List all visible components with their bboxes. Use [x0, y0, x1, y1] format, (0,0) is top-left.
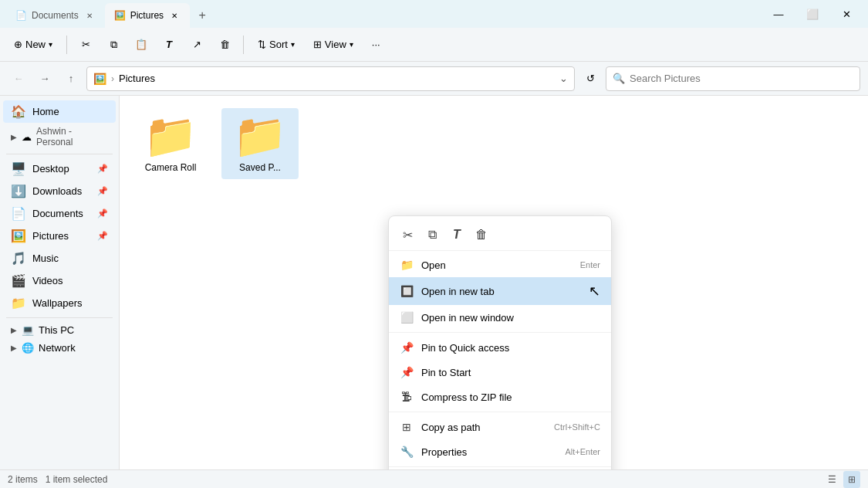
- documents-tab-close[interactable]: ✕: [83, 9, 96, 22]
- ctx-copy-path[interactable]: ⊞ Copy as path Ctrl+Shift+C: [389, 415, 611, 439]
- ctx-open-icon: 📁: [400, 258, 414, 272]
- paste-button[interactable]: 📋: [129, 32, 154, 57]
- sidebar-group-ashwin[interactable]: ▶ ☁ Ashwin - Personal: [3, 123, 116, 151]
- folder-saved-pictures[interactable]: 📁 Saved P...: [221, 108, 299, 179]
- maximize-button[interactable]: ⬜: [797, 2, 828, 25]
- sidebar-item-pictures[interactable]: 🖼️ Pictures 📌: [3, 225, 116, 247]
- ctx-pin-quick-icon: 📌: [400, 341, 414, 354]
- minimize-button[interactable]: —: [763, 2, 794, 25]
- downloads-icon: ⬇️: [11, 184, 26, 198]
- tab-pictures[interactable]: 🖼️ Pictures ✕: [105, 3, 190, 28]
- close-icon: ✕: [843, 8, 851, 20]
- ctx-pin-start[interactable]: 📌 Pin to Start: [389, 360, 611, 385]
- ctx-separator-3: [389, 466, 611, 467]
- sidebar-item-wallpapers[interactable]: 📁 Wallpapers: [3, 292, 116, 314]
- window-controls: — ⬜ ✕: [763, 2, 862, 25]
- title-bar: 📄 Documents ✕ 🖼️ Pictures ✕ + — ⬜ ✕: [0, 0, 868, 28]
- ctx-cut-button[interactable]: ✂: [397, 224, 418, 246]
- breadcrumb-label: Pictures: [119, 73, 155, 84]
- ctx-pin-quick[interactable]: 📌 Pin to Quick access: [389, 335, 611, 360]
- ashwin-cloud-icon: ☁: [22, 131, 32, 143]
- sidebar-documents-label: Documents: [32, 208, 83, 219]
- sidebar-separator-2: [6, 317, 113, 318]
- breadcrumb-separator: ›: [111, 73, 114, 84]
- sidebar-desktop-label: Desktop: [32, 163, 69, 175]
- sidebar-item-desktop[interactable]: 🖥️ Desktop 📌: [3, 158, 116, 180]
- ctx-open-new-window[interactable]: ⬜ Open in new window: [389, 305, 611, 330]
- list-view-button[interactable]: ☰: [823, 471, 840, 488]
- downloads-pin-icon: 📌: [97, 186, 108, 196]
- ctx-rename-button[interactable]: T: [446, 224, 468, 246]
- ctx-compress-label: Compress to ZIP file: [421, 391, 512, 403]
- sidebar-item-downloads[interactable]: ⬇️ Downloads 📌: [3, 180, 116, 202]
- pictures-tab-close[interactable]: ✕: [168, 9, 181, 22]
- address-box[interactable]: 🖼️ › Pictures ⌄: [86, 66, 575, 91]
- refresh-button[interactable]: ↺: [579, 68, 601, 90]
- grid-view-icon: ⊞: [848, 474, 856, 485]
- new-label: New: [25, 39, 46, 50]
- view-button[interactable]: ⊞ View ▾: [306, 32, 361, 57]
- sort-button[interactable]: ⇅ Sort ▾: [250, 32, 302, 57]
- sidebar-group-thispc[interactable]: ▶ 💻 This PC: [3, 321, 116, 339]
- cut-button[interactable]: ✂: [73, 32, 98, 57]
- pictures-pin-icon: 📌: [97, 231, 108, 241]
- more-button[interactable]: ···: [364, 32, 388, 57]
- sidebar-downloads-label: Downloads: [32, 185, 82, 197]
- search-box[interactable]: 🔍: [606, 66, 860, 91]
- ctx-properties[interactable]: 🔧 Properties Alt+Enter: [389, 439, 611, 464]
- sort-icon: ⇅: [258, 39, 266, 50]
- sidebar-item-videos[interactable]: 🎬 Videos: [3, 269, 116, 292]
- camera-roll-folder-name: Camera Roll: [145, 162, 197, 173]
- home-icon: 🏠: [11, 104, 26, 119]
- share-button[interactable]: ↗: [184, 32, 209, 57]
- network-icon: 🌐: [22, 342, 34, 354]
- address-bar-row: ← → ↑ 🖼️ › Pictures ⌄ ↺ 🔍: [0, 62, 868, 96]
- items-count: 2 items: [8, 474, 38, 485]
- new-button[interactable]: ⊕ New ▾: [6, 32, 60, 57]
- ctx-properties-icon: 🔧: [400, 445, 414, 459]
- ctx-pin-quick-label: Pin to Quick access: [421, 342, 509, 354]
- new-tab-button[interactable]: +: [190, 3, 214, 28]
- documents-icon: 📄: [11, 206, 26, 221]
- toolbar-separator-2: [243, 36, 244, 54]
- forward-icon: →: [40, 73, 50, 84]
- new-icon: ⊕: [14, 39, 22, 50]
- back-button[interactable]: ←: [8, 68, 29, 90]
- pictures-tab-label: Pictures: [130, 10, 164, 21]
- close-button[interactable]: ✕: [831, 2, 862, 25]
- documents-tab-icon: 📄: [15, 10, 27, 21]
- delete-button[interactable]: 🗑: [212, 32, 237, 57]
- ctx-open-tab-icon: 🔲: [400, 284, 414, 298]
- tab-documents[interactable]: 📄 Documents ✕: [6, 3, 105, 28]
- main-area: 🏠 Home ▶ ☁ Ashwin - Personal 🖥️ Desktop …: [0, 96, 868, 469]
- grid-view-button[interactable]: ⊞: [843, 471, 860, 488]
- sidebar-group-network[interactable]: ▶ 🌐 Network: [3, 339, 116, 357]
- sidebar-item-home[interactable]: 🏠 Home: [3, 100, 116, 123]
- up-button[interactable]: ↑: [60, 68, 82, 90]
- copy-button[interactable]: ⧉: [101, 32, 126, 57]
- search-input[interactable]: [630, 73, 853, 84]
- ctx-pin-start-label: Pin to Start: [421, 367, 471, 378]
- sidebar-item-music[interactable]: 🎵 Music: [3, 247, 116, 269]
- status-bar: 2 items 1 item selected ☰ ⊞: [0, 469, 868, 488]
- pictures-tab-icon: 🖼️: [114, 10, 126, 21]
- ctx-separator-2: [389, 412, 611, 412]
- paste-icon: 📋: [135, 39, 147, 50]
- ctx-delete-button[interactable]: 🗑: [471, 224, 492, 246]
- ctx-compress[interactable]: 🗜 Compress to ZIP file: [389, 385, 611, 409]
- thispc-icon: 💻: [22, 324, 34, 336]
- ctx-separator-1: [389, 332, 611, 333]
- ctx-open-new-tab[interactable]: 🔲 Open in new tab ↖: [389, 277, 611, 305]
- wallpapers-icon: 📁: [11, 296, 26, 310]
- sidebar-item-documents[interactable]: 📄 Documents 📌: [3, 202, 116, 225]
- ctx-open[interactable]: 📁 Open Enter: [389, 252, 611, 277]
- forward-button[interactable]: →: [34, 68, 56, 90]
- rename-button[interactable]: T: [157, 32, 181, 57]
- folder-grid: 📁 Camera Roll 📁 Saved P...: [132, 108, 856, 179]
- folder-camera-roll[interactable]: 📁 Camera Roll: [132, 108, 209, 179]
- toolbar-separator-1: [66, 36, 67, 54]
- maximize-icon: ⬜: [806, 8, 819, 20]
- ctx-open-label: Open: [421, 259, 446, 271]
- sidebar-pictures-label: Pictures: [32, 230, 69, 242]
- ctx-copy-button[interactable]: ⧉: [421, 224, 443, 246]
